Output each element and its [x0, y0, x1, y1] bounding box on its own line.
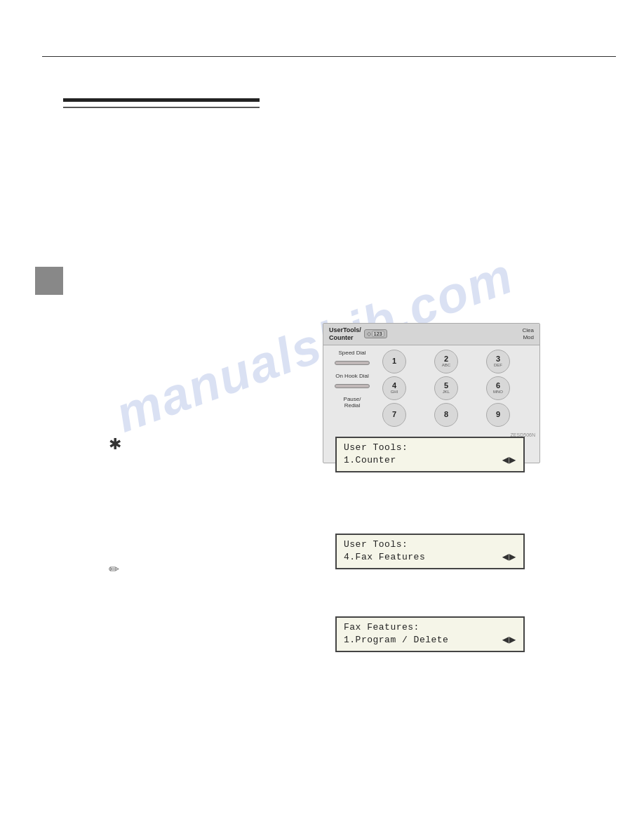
lcd3-arrow: ◀▶	[502, 633, 516, 647]
num-6-sub: MNO	[493, 390, 503, 394]
user-tools-counter-label: UserTools/Counter	[329, 326, 361, 342]
note-icon: ✱	[109, 435, 121, 454]
fax-side-buttons: Speed Dial On Hook Dial Pause/Redial	[328, 350, 377, 427]
lcd2-line1: User Tools:	[344, 539, 516, 550]
lcd-display-3: Fax Features: 1.Program / Delete ◀▶	[335, 616, 525, 652]
lcd1-arrow: ◀▶	[502, 453, 516, 467]
heading-thick	[63, 98, 260, 102]
num-btn-6[interactable]: 6 MNO	[486, 376, 510, 400]
lcd3-line2: 1.Program / Delete ◀▶	[344, 633, 516, 647]
num-4: 4	[392, 382, 396, 390]
num-2-sub: ABC	[442, 363, 450, 367]
heading-thin	[63, 107, 260, 108]
key-combo: ◇ 123	[364, 329, 387, 338]
num-btn-7[interactable]: 7	[382, 403, 406, 427]
lcd1-line2: 1.Counter ◀▶	[344, 453, 516, 467]
lcd2-line2-text: 4.Fax Features	[344, 552, 425, 562]
num-btn-4[interactable]: 4 GHI	[382, 376, 406, 400]
pause-redial-label: Pause/Redial	[328, 396, 377, 409]
lcd-display-2: User Tools: 4.Fax Features ◀▶	[335, 534, 525, 569]
num-6: 6	[496, 382, 500, 390]
top-rule	[42, 56, 616, 57]
page-marker	[35, 267, 63, 295]
fax-panel-body: Speed Dial On Hook Dial Pause/Redial 1 2…	[323, 345, 539, 431]
num-btn-9[interactable]: 9	[486, 403, 510, 427]
lcd1-line2-text: 1.Counter	[344, 455, 396, 465]
num-3: 3	[496, 355, 500, 363]
speed-dial-button[interactable]	[335, 361, 370, 365]
lcd2-line2: 4.Fax Features ◀▶	[344, 550, 516, 564]
pencil-icon: ✏	[109, 562, 119, 577]
lcd3-line2-text: 1.Program / Delete	[344, 635, 448, 645]
num-btn-1[interactable]: 1	[382, 350, 406, 373]
numpad: 1 2 ABC 3 DEF 4 GHI 5 JKL 6 MNO	[382, 350, 535, 427]
num-btn-8[interactable]: 8	[434, 403, 458, 427]
num-2: 2	[444, 355, 448, 363]
key-123: 123	[372, 331, 384, 337]
on-hook-dial-button[interactable]	[335, 384, 370, 388]
lcd2-arrow: ◀▶	[502, 550, 516, 564]
num-btn-5[interactable]: 5 JKL	[434, 376, 458, 400]
clear-mode-label: CleaMod	[523, 327, 534, 340]
lcd-display-1: User Tools: 1.Counter ◀▶	[335, 437, 525, 472]
speed-dial-label: Speed Dial	[328, 350, 377, 356]
fax-panel-header: UserTools/Counter ◇ 123 CleaMod	[323, 324, 539, 345]
num-9: 9	[496, 411, 500, 418]
on-hook-dial-label: On Hook Dial	[328, 373, 377, 379]
num-5: 5	[444, 382, 448, 390]
num-1: 1	[392, 357, 396, 365]
num-7: 7	[392, 411, 396, 418]
fax-panel-header-left: UserTools/Counter ◇ 123	[329, 326, 387, 342]
num-4-sub: GHI	[391, 390, 398, 394]
num-8: 8	[444, 411, 448, 418]
num-btn-3[interactable]: 3 DEF	[486, 350, 510, 373]
lcd3-line1: Fax Features:	[344, 622, 516, 633]
num-btn-2[interactable]: 2 ABC	[434, 350, 458, 373]
key-diamond: ◇	[367, 331, 371, 337]
num-3-sub: DEF	[494, 363, 502, 367]
lcd1-line1: User Tools:	[344, 442, 516, 453]
num-5-sub: JKL	[443, 390, 450, 394]
